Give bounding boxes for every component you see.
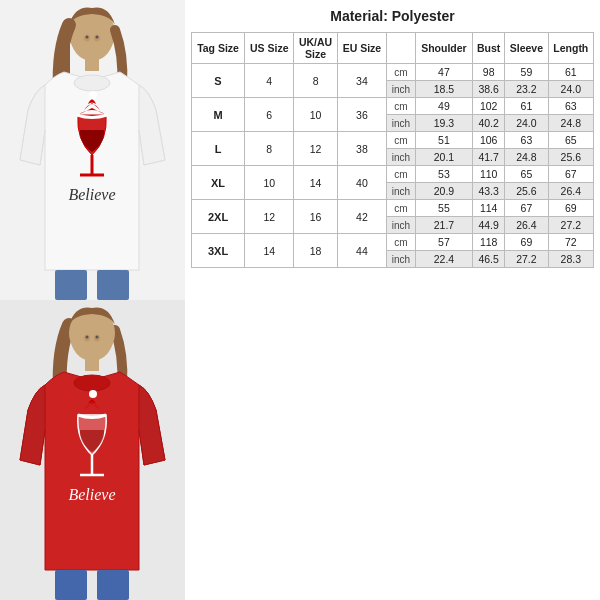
svg-point-19 [74,375,110,391]
col-unit-header [387,33,416,64]
measurement-inch: 26.4 [505,217,548,234]
measurement-inch: 24.0 [505,115,548,132]
measurement-inch: 21.7 [415,217,472,234]
measurement-cm: 53 [415,166,472,183]
ukau-size: 14 [294,166,337,200]
svg-rect-24 [55,570,87,600]
size-tag: XL [192,166,245,200]
measurement-inch: 19.3 [415,115,472,132]
svg-point-22 [89,390,97,398]
measurement-cm: 57 [415,234,472,251]
svg-rect-25 [97,570,129,600]
measurement-cm: 63 [505,132,548,149]
measurement-inch: 28.3 [548,251,593,268]
measurement-inch: 22.4 [415,251,472,268]
svg-text:Believe: Believe [68,486,115,503]
measurement-cm: 61 [505,98,548,115]
col-sleeve: Sleeve [505,33,548,64]
measurement-cm: 65 [505,166,548,183]
measurement-inch: 27.2 [505,251,548,268]
measurement-inch: 18.5 [415,81,472,98]
product-images: Believe [0,0,185,600]
measurement-inch: 46.5 [473,251,505,268]
unit-inch: inch [387,149,416,166]
measurement-cm: 65 [548,132,593,149]
measurement-cm: 61 [548,64,593,81]
eu-size: 34 [337,64,386,98]
measurement-inch: 26.4 [548,183,593,200]
eu-size: 44 [337,234,386,268]
measurement-inch: 24.0 [548,81,593,98]
us-size: 12 [245,200,294,234]
col-eu-size: EU Size [337,33,386,64]
col-bust: Bust [473,33,505,64]
size-chart-table: Tag Size US Size UK/AUSize EU Size Shoul… [191,32,594,268]
measurement-inch: 23.2 [505,81,548,98]
size-tag: S [192,64,245,98]
measurement-inch: 41.7 [473,149,505,166]
measurement-cm: 67 [548,166,593,183]
svg-point-14 [96,36,99,39]
size-tag: 2XL [192,200,245,234]
measurement-inch: 27.2 [548,217,593,234]
measurement-cm: 47 [415,64,472,81]
us-size: 14 [245,234,294,268]
white-sweatshirt-image: Believe [0,0,185,300]
ukau-size: 10 [294,98,337,132]
unit-cm: cm [387,234,416,251]
unit-cm: cm [387,98,416,115]
svg-point-7 [89,91,97,99]
svg-rect-3 [85,56,99,71]
measurement-inch: 43.3 [473,183,505,200]
svg-rect-9 [55,270,87,300]
svg-point-28 [86,336,89,339]
measurement-cm: 51 [415,132,472,149]
unit-inch: inch [387,183,416,200]
col-ukau-size: UK/AUSize [294,33,337,64]
measurement-cm: 110 [473,166,505,183]
measurement-cm: 98 [473,64,505,81]
ukau-size: 12 [294,132,337,166]
measurement-cm: 69 [505,234,548,251]
size-tag: 3XL [192,234,245,268]
measurement-cm: 67 [505,200,548,217]
measurement-inch: 20.9 [415,183,472,200]
measurement-inch: 40.2 [473,115,505,132]
unit-cm: cm [387,200,416,217]
unit-cm: cm [387,166,416,183]
ukau-size: 16 [294,200,337,234]
eu-size: 38 [337,132,386,166]
svg-point-13 [86,36,89,39]
col-shoulder: Shoulder [415,33,472,64]
measurement-cm: 49 [415,98,472,115]
measurement-cm: 72 [548,234,593,251]
unit-inch: inch [387,81,416,98]
unit-cm: cm [387,132,416,149]
ukau-size: 8 [294,64,337,98]
measurement-inch: 44.9 [473,217,505,234]
size-chart-panel: Material: Polyester Tag Size US Size UK/… [185,0,600,600]
eu-size: 40 [337,166,386,200]
svg-text:Believe: Believe [68,186,115,203]
measurement-cm: 102 [473,98,505,115]
col-us-size: US Size [245,33,294,64]
svg-rect-10 [97,270,129,300]
us-size: 8 [245,132,294,166]
eu-size: 36 [337,98,386,132]
measurement-cm: 69 [548,200,593,217]
measurement-cm: 63 [548,98,593,115]
measurement-cm: 55 [415,200,472,217]
us-size: 10 [245,166,294,200]
ukau-size: 18 [294,234,337,268]
measurement-inch: 25.6 [505,183,548,200]
material-header: Material: Polyester [191,8,594,24]
measurement-inch: 20.1 [415,149,472,166]
measurement-inch: 38.6 [473,81,505,98]
measurement-cm: 59 [505,64,548,81]
col-length: Length [548,33,593,64]
measurement-cm: 118 [473,234,505,251]
unit-inch: inch [387,251,416,268]
size-tag: L [192,132,245,166]
measurement-inch: 24.8 [548,115,593,132]
unit-inch: inch [387,217,416,234]
